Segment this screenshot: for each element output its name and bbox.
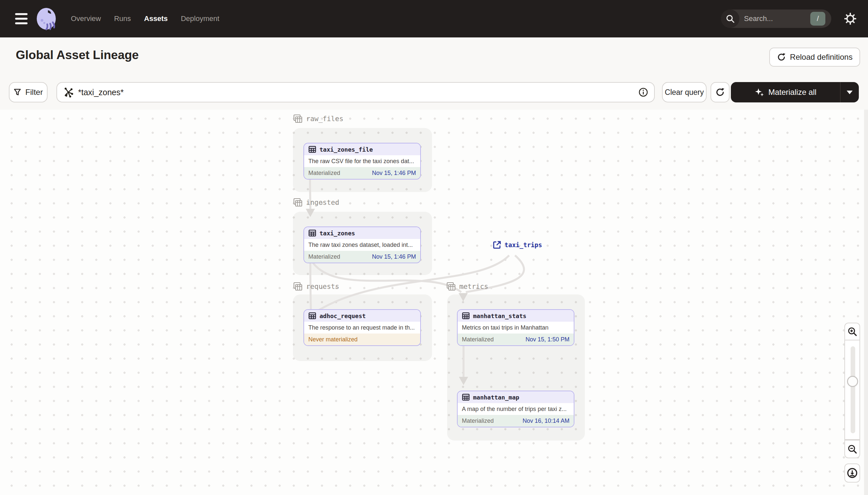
materialization-time[interactable]: Nov 16, 10:14 AM <box>522 417 569 424</box>
zoom-in-icon <box>847 327 857 337</box>
table-icon <box>462 393 470 401</box>
hamburger-menu-icon[interactable] <box>15 12 28 25</box>
top-nav: Overview Runs Assets Deployment / <box>0 0 868 37</box>
asset-name: taxi_zones_file <box>320 146 373 153</box>
zoom-slider-track[interactable] <box>851 346 855 433</box>
nav-item-deployment[interactable]: Deployment <box>181 14 219 23</box>
nav-item-overview[interactable]: Overview <box>71 14 101 23</box>
materialize-dropdown-button[interactable] <box>840 82 859 102</box>
status-label: Materialized <box>308 170 340 176</box>
chevron-down-icon <box>847 90 853 94</box>
query-info-icon[interactable] <box>638 87 648 97</box>
asset-selection-value[interactable] <box>78 88 638 97</box>
zoom-out-icon <box>847 444 857 454</box>
asset-description: The response to an request made in th... <box>304 322 420 334</box>
filter-button[interactable]: Filter <box>9 82 48 102</box>
status-label: Materialized <box>462 417 494 424</box>
page-header: Global Asset Lineage Reload definitions <box>0 37 868 73</box>
lineage-canvas[interactable]: raw_files ingested requests metrics taxi… <box>0 109 868 495</box>
table-icon <box>462 312 470 320</box>
status-label: Never materialized <box>308 336 358 343</box>
asset-node-taxi-zones[interactable]: taxi_zones The raw taxi zones dataset, l… <box>303 226 421 263</box>
download-view-button[interactable] <box>844 463 860 482</box>
nav-item-runs[interactable]: Runs <box>114 14 131 23</box>
asset-node-adhoc-request[interactable]: adhoc_request The response to an request… <box>303 309 421 346</box>
search-shortcut-badge: / <box>810 12 825 25</box>
reload-definitions-button[interactable]: Reload definitions <box>769 48 860 67</box>
asset-node-manhattan-map[interactable]: manhattan_map A map of the number of tri… <box>457 391 574 427</box>
group-label-metrics: metrics <box>446 281 489 291</box>
asset-selection-input[interactable] <box>56 82 655 102</box>
settings-gear-icon[interactable] <box>844 12 857 25</box>
table-icon <box>308 312 316 320</box>
asset-description: Metrics on taxi trips in Manhattan <box>458 322 574 334</box>
lineage-edges <box>0 109 868 495</box>
asset-name: manhattan_stats <box>473 312 527 319</box>
download-icon <box>847 467 858 479</box>
scrollbar-gutter <box>864 109 868 495</box>
search-icon <box>721 10 739 28</box>
status-label: Materialized <box>308 253 340 260</box>
external-link-icon <box>493 241 501 249</box>
asset-description: The raw CSV file for the taxi zones dat.… <box>304 155 420 167</box>
materialize-all-split-button: Materialize all <box>731 82 859 102</box>
status-label: Materialized <box>462 336 494 343</box>
nav-links: Overview Runs Assets Deployment <box>71 0 219 37</box>
group-label-requests: requests <box>293 281 339 291</box>
clear-query-button[interactable]: Clear query <box>662 82 707 102</box>
filter-funnel-icon <box>14 88 21 96</box>
group-label-ingested: ingested <box>293 198 339 207</box>
asset-description: A map of the number of trips per taxi z.… <box>458 403 574 415</box>
refresh-button[interactable] <box>711 82 730 102</box>
asset-node-taxi-zones-file[interactable]: taxi_zones_file The raw CSV file for the… <box>303 143 421 180</box>
search-input[interactable] <box>744 14 793 23</box>
external-asset-taxi-trips[interactable]: taxi_trips <box>493 241 542 249</box>
refresh-icon <box>715 87 725 97</box>
reload-icon <box>777 52 786 62</box>
zoom-slider <box>844 340 860 440</box>
group-tables-icon <box>293 114 303 124</box>
asset-selector-icon <box>63 87 73 98</box>
zoom-in-button[interactable] <box>844 323 860 340</box>
search-bar[interactable]: / <box>721 10 831 28</box>
materialization-time[interactable]: Nov 15, 1:46 PM <box>372 253 416 260</box>
group-label-raw-files: raw_files <box>293 114 343 124</box>
sparkles-icon <box>755 87 764 97</box>
zoom-out-button[interactable] <box>844 440 860 458</box>
asset-description: The raw taxi zones dataset, loaded int..… <box>304 239 420 251</box>
materialization-time[interactable]: Nov 15, 1:50 PM <box>526 336 569 343</box>
nav-item-assets[interactable]: Assets <box>144 14 167 23</box>
asset-name: manhattan_map <box>473 394 519 401</box>
dagster-logo[interactable] <box>35 7 58 30</box>
asset-node-manhattan-stats[interactable]: manhattan_stats Metrics on taxi trips in… <box>457 309 574 346</box>
materialize-all-button[interactable]: Materialize all <box>731 82 840 102</box>
asset-name: adhoc_request <box>320 312 366 319</box>
page-title: Global Asset Lineage <box>16 48 139 62</box>
table-icon <box>308 229 316 237</box>
zoom-slider-thumb[interactable] <box>847 376 858 387</box>
materialization-time[interactable]: Nov 15, 1:46 PM <box>372 170 416 176</box>
table-icon <box>308 146 316 153</box>
asset-name: taxi_zones <box>320 230 355 237</box>
lineage-toolbar: Filter Clear query <box>0 73 868 109</box>
